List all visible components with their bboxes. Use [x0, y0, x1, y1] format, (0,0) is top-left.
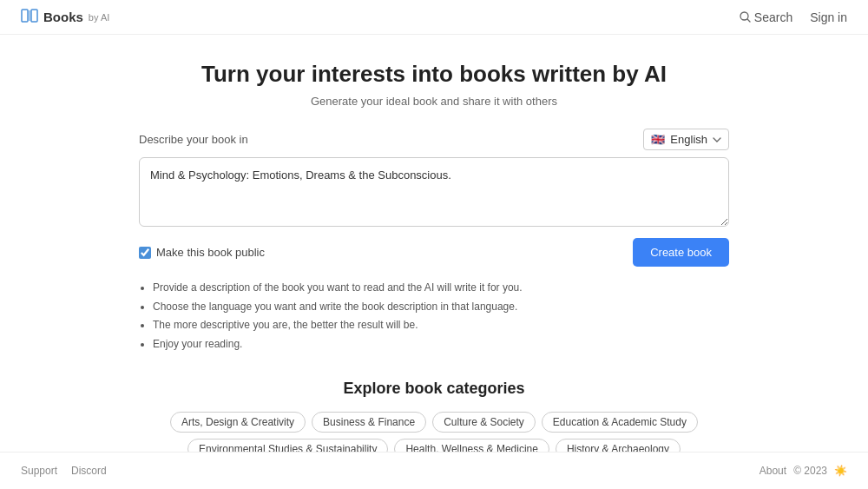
category-tag-arts[interactable]: Arts, Design & Creativity: [170, 412, 306, 433]
book-description-input[interactable]: Mind & Psychology: Emotions, Dreams & th…: [139, 157, 729, 227]
search-label: Search: [754, 10, 792, 24]
category-tag-education[interactable]: Education & Academic Study: [542, 412, 698, 433]
footer-left: Support Discord: [21, 465, 107, 477]
hero-title: Turn your interests into books written b…: [139, 61, 729, 88]
describe-label: Describe your book in: [139, 133, 248, 146]
search-link[interactable]: Search: [740, 10, 792, 24]
flag-icon: 🇬🇧: [651, 133, 665, 146]
tip-item: The more descriptive you are, the better…: [153, 316, 729, 335]
logo-icon: [21, 9, 38, 25]
footer-right: About © 2023 ☀️: [760, 465, 847, 477]
header: Books by AI Search Sign in: [0, 0, 868, 35]
public-checkbox[interactable]: [139, 247, 151, 259]
language-value: English: [670, 133, 707, 146]
category-tag-business[interactable]: Business & Finance: [312, 412, 426, 433]
tips-list: Provide a description of the book you wa…: [153, 279, 729, 354]
about-link[interactable]: About: [760, 465, 786, 477]
support-link[interactable]: Support: [21, 465, 57, 477]
header-nav: Search Sign in: [740, 10, 847, 24]
form-bottom-row: Make this book public Create book: [139, 238, 729, 267]
svg-rect-0: [22, 10, 28, 22]
public-label-text: Make this book public: [156, 246, 265, 259]
tip-item: Choose the language you want and write t…: [153, 298, 729, 317]
copyright-text: © 2023: [793, 465, 827, 477]
svg-rect-1: [31, 10, 37, 22]
tip-item: Provide a description of the book you wa…: [153, 279, 729, 298]
sign-in-button[interactable]: Sign in: [810, 10, 847, 24]
svg-line-4: [747, 19, 750, 22]
footer: Support Discord About © 2023 ☀️: [0, 452, 868, 489]
categories-section-title: Explore book categories: [139, 380, 729, 398]
hero-subtitle: Generate your ideal book and share it wi…: [139, 95, 729, 108]
theme-toggle-icon[interactable]: ☀️: [834, 465, 847, 477]
category-tag-culture[interactable]: Culture & Society: [432, 412, 536, 433]
public-checkbox-label[interactable]: Make this book public: [139, 246, 265, 259]
logo[interactable]: Books by AI: [21, 9, 109, 25]
logo-suffix: by AI: [89, 12, 109, 23]
language-selector[interactable]: 🇬🇧 English: [643, 129, 729, 150]
describe-label-row: Describe your book in 🇬🇧 English: [139, 129, 729, 150]
logo-text: Books: [43, 10, 83, 24]
main-content: Turn your interests into books written b…: [122, 35, 746, 489]
discord-link[interactable]: Discord: [71, 465, 107, 477]
tip-item: Enjoy your reading.: [153, 335, 729, 354]
create-book-button[interactable]: Create book: [633, 238, 729, 267]
